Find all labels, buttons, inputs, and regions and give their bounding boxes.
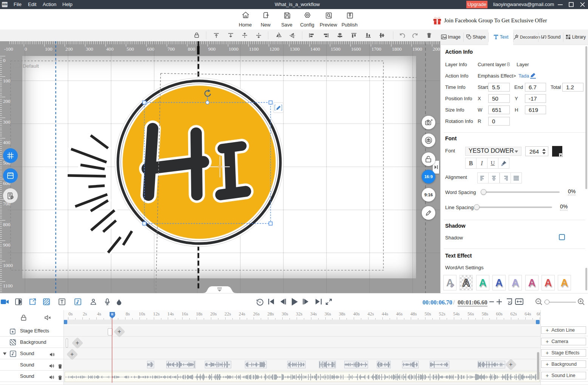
svg-text:Default: Default	[23, 63, 39, 69]
